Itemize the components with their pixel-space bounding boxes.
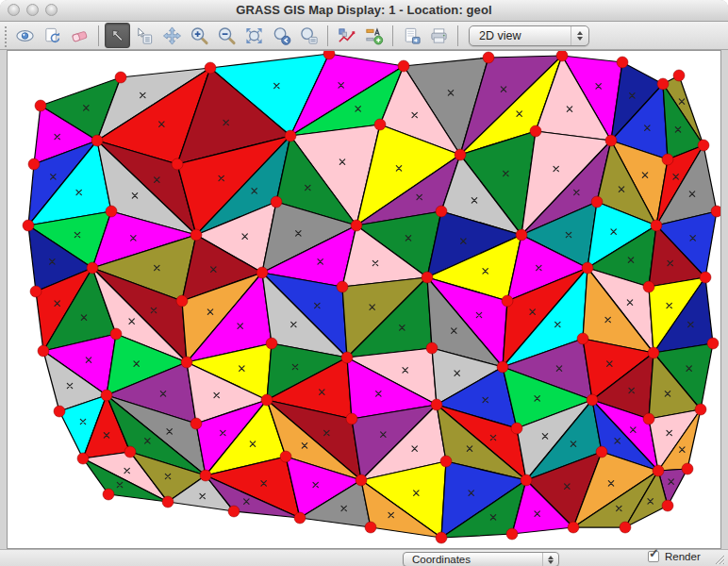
combo-stepper-icon [542, 553, 558, 566]
map-vertex [620, 522, 631, 533]
map-canvas[interactable] [7, 50, 721, 549]
map-vertex [596, 446, 607, 458]
map-vertex [673, 70, 685, 81]
map-vertex [35, 100, 46, 111]
map-vertex [530, 125, 541, 137]
add-overlay-button[interactable] [361, 23, 387, 48]
map-vertex [617, 57, 628, 68]
resize-grip[interactable] [713, 552, 726, 565]
map-svg [8, 51, 720, 548]
map-vertex [711, 206, 720, 217]
save-file-button[interactable] [399, 23, 424, 48]
map-vertex [351, 220, 362, 231]
map-vertex [181, 357, 192, 368]
map-vertex [657, 78, 669, 90]
map-vertex [483, 52, 494, 63]
analyze-button[interactable] [334, 23, 359, 48]
map-vertex [662, 154, 673, 165]
toolbar-separator [457, 25, 458, 46]
map-vertex [682, 463, 693, 474]
map-vertex [502, 295, 513, 307]
map-vertex [365, 522, 376, 533]
map-vertex [190, 418, 202, 429]
map-vertex [110, 328, 122, 340]
erase-icon [70, 25, 90, 46]
erase-button[interactable] [67, 23, 92, 48]
toolbar-separator [327, 25, 328, 46]
print-button[interactable] [426, 23, 452, 48]
map-vertex [101, 390, 112, 401]
zoom-back-button[interactable] [269, 23, 294, 48]
map-vertex [582, 262, 593, 274]
zoom-back-icon [272, 25, 291, 46]
map-vertex [256, 267, 268, 278]
map-vertex [23, 220, 34, 231]
pointer-icon [108, 25, 127, 46]
zoom-menu-button[interactable] [296, 23, 322, 48]
save-file-icon [402, 25, 422, 46]
window-title: GRASS GIS Map Display: 1 - Location: geo… [0, 0, 728, 21]
statusbar-mode-select[interactable]: Coordinates [403, 552, 559, 566]
map-vertex [54, 406, 65, 417]
print-icon [429, 25, 449, 46]
map-vertex [28, 158, 40, 170]
view-mode-select[interactable]: 2D view [469, 25, 589, 46]
statusbar: Coordinates ✓ Render [0, 549, 728, 566]
map-vertex [521, 474, 532, 486]
analyze-icon [337, 25, 356, 46]
map-vertex [77, 453, 89, 464]
map-vertex [38, 345, 49, 357]
map-vertex [643, 281, 654, 292]
toolbar-separator [392, 25, 393, 46]
map-vertex [162, 496, 174, 508]
pan-icon [162, 25, 182, 46]
map-vertex [587, 394, 598, 406]
pointer-button[interactable] [105, 23, 130, 48]
zoom-out-icon [217, 25, 237, 46]
zoom-menu-icon [299, 25, 319, 46]
toolbar-grip[interactable] [3, 25, 8, 47]
map-vertex [266, 338, 277, 349]
display-map-icon [15, 25, 35, 46]
render-toggle[interactable]: ✓ Render [648, 551, 701, 562]
check-icon: ✓ [649, 546, 659, 560]
map-vertex [356, 474, 367, 486]
map-vertex [200, 470, 211, 481]
statusbar-mode-value: Coordinates [404, 554, 542, 565]
map-vertex [695, 404, 706, 415]
zoom-in-icon [190, 25, 209, 46]
map-vertex [643, 413, 654, 424]
zoom-extent-button[interactable] [241, 23, 267, 48]
map-vertex [176, 295, 188, 307]
map-vertex [91, 135, 103, 146]
map-vertex [511, 423, 522, 434]
render-label: Render [665, 551, 701, 562]
query-icon [135, 25, 155, 46]
map-vertex [106, 206, 117, 217]
map-display-window: GRASS GIS Map Display: 1 - Location: geo… [0, 0, 728, 566]
map-vertex [87, 262, 98, 274]
map-vertex [271, 196, 282, 208]
map-vertex [337, 281, 348, 292]
map-vertex [605, 135, 617, 146]
map-vertex [662, 500, 673, 511]
map-vertex [436, 532, 447, 543]
zoom-in-button[interactable] [187, 23, 212, 48]
render-checkbox[interactable]: ✓ [648, 551, 659, 562]
map-vertex [261, 394, 273, 406]
pan-button[interactable] [159, 23, 185, 48]
zoom-extent-icon [244, 25, 264, 46]
map-vertex [398, 60, 409, 72]
titlebar[interactable]: GRASS GIS Map Display: 1 - Location: geo… [0, 0, 728, 22]
map-vertex [431, 399, 442, 410]
render-map-button[interactable] [40, 23, 65, 48]
display-map-button[interactable] [12, 23, 38, 48]
map-vertex [648, 347, 659, 358]
zoom-out-button[interactable] [214, 23, 240, 48]
map-vertex [103, 489, 114, 500]
map-vertex [228, 506, 240, 517]
map-vertex [653, 465, 664, 476]
map-vertex [285, 130, 296, 142]
map-vertex [280, 451, 291, 462]
query-button[interactable] [132, 23, 157, 48]
